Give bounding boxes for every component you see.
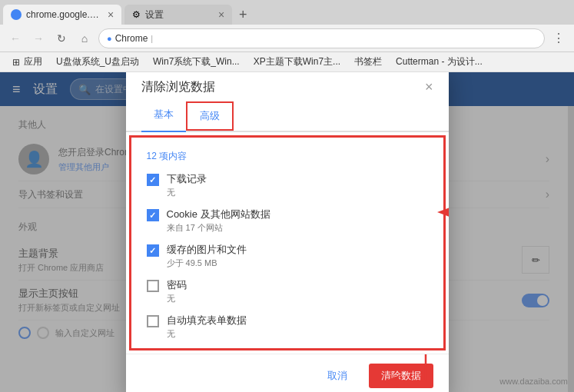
tab1-favicon	[11, 9, 22, 20]
bookmark-udisk[interactable]: U盘做系统_U盘启动	[51, 54, 144, 70]
url-text: Chrome	[115, 33, 148, 44]
bookmark-udisk-label: U盘做系统_U盘启动	[56, 55, 139, 68]
browser-frame: chrome.google.com × ⚙ 设置 × + ← → ↻ ⌂ ● C…	[0, 0, 574, 392]
autofill-label: 自动填充表单数据	[167, 314, 247, 327]
checkbox-passwords-input[interactable]	[147, 280, 159, 292]
forward-button[interactable]: →	[29, 29, 48, 48]
browser-menu-button[interactable]: ⋮	[549, 29, 568, 48]
dialog-footer: 取消 清除数据	[126, 354, 449, 392]
bookmark-apps[interactable]: ⊞ 应用	[6, 54, 47, 70]
downloads-label: 下载记录	[167, 172, 207, 186]
cookies-sub: 来自 17 个网站	[167, 222, 270, 234]
bookmark-xp-label: XP主题下载Win7主...	[254, 55, 340, 68]
tab-basic[interactable]: 基本	[141, 101, 186, 131]
checkbox-passwords: 密码 无	[147, 274, 428, 309]
cache-label: 缓存的图片和文件	[167, 243, 247, 257]
cancel-button[interactable]: 取消	[315, 364, 360, 388]
bookmark-bar-label: 书签栏	[354, 55, 382, 68]
checkbox-cache-input[interactable]: ✓	[147, 244, 159, 257]
page-content: ≡ 设置 🔍 在设置中搜索 其他人 👤 您开启登录Chrome后，Chrome将…	[0, 72, 574, 392]
tab2-title: 设置	[145, 8, 214, 22]
bookmark-bar[interactable]: 书签栏	[350, 54, 387, 70]
tab2-close-btn[interactable]: ×	[218, 9, 224, 20]
apps-icon: ⊞	[11, 57, 22, 68]
dialog-title-bar: 清除浏览数据 ×	[126, 72, 449, 101]
check-icon-2: ✓	[149, 211, 156, 221]
autofill-sub: 无	[167, 328, 247, 340]
refresh-button[interactable]: ↻	[52, 29, 71, 48]
address-bar: ← → ↻ ⌂ ● Chrome | ⋮	[0, 25, 574, 52]
dialog-close-button[interactable]: ×	[425, 79, 433, 95]
check-icon: ✓	[149, 175, 156, 185]
tab1-title: chrome.google.com	[26, 9, 103, 20]
items-count-label[interactable]: 12 项内容	[147, 147, 428, 168]
dialog-content: 12 项内容 ✓ 下载记录 无 ✓ Cookie	[129, 135, 446, 350]
bookmarks-bar: ⊞ 应用 U盘做系统_U盘启动 Win7系统下载_Win... XP主题下载Wi…	[0, 52, 574, 72]
checkbox-downloads-input[interactable]: ✓	[147, 174, 159, 186]
checkbox-content-settings: 内容设置 无	[147, 344, 428, 350]
checkbox-autofill-input[interactable]	[147, 315, 159, 327]
bookmark-cutterman[interactable]: Cutterman - 为设计...	[391, 54, 487, 70]
checkbox-autofill: 自动填充表单数据 无	[147, 309, 428, 344]
url-suffix: |	[151, 34, 153, 43]
lock-icon: ●	[107, 34, 112, 43]
tab1-close-btn[interactable]: ×	[108, 9, 114, 20]
tab-1[interactable]: chrome.google.com ×	[3, 5, 121, 25]
clear-data-button[interactable]: 清除数据	[369, 364, 433, 388]
dialog-title: 清除浏览数据	[141, 79, 215, 95]
bookmark-win7dl-label: Win7系统下载_Win...	[153, 55, 240, 68]
bookmark-cutterman-label: Cutterman - 为设计...	[396, 55, 483, 68]
bookmark-apps-label: 应用	[24, 55, 42, 68]
dialog-overlay: 清除浏览数据 × 基本 高级 12 项内容 ✓	[0, 72, 574, 392]
checkbox-downloads: ✓ 下载记录 无	[147, 168, 428, 203]
home-button[interactable]: ⌂	[75, 29, 94, 48]
passwords-sub: 无	[167, 293, 187, 304]
tab-advanced[interactable]: 高级	[186, 101, 234, 131]
tab-2[interactable]: ⚙ 设置 ×	[124, 5, 232, 25]
cookies-label: Cookie 及其他网站数据	[167, 208, 270, 221]
new-tab-button[interactable]: +	[232, 5, 254, 25]
bookmark-xp[interactable]: XP主题下载Win7主...	[249, 54, 345, 70]
content-settings-label: 内容设置	[167, 349, 207, 350]
url-bar[interactable]: ● Chrome |	[98, 28, 545, 48]
clear-browsing-dialog: 清除浏览数据 × 基本 高级 12 项内容 ✓	[126, 72, 449, 392]
back-button[interactable]: ←	[6, 29, 25, 48]
bookmark-win7dl[interactable]: Win7系统下载_Win...	[148, 54, 244, 70]
checkbox-cookies-input[interactable]: ✓	[147, 209, 159, 221]
cache-sub: 少于 49.5 MB	[167, 257, 247, 269]
checkbox-cache: ✓ 缓存的图片和文件 少于 49.5 MB	[147, 238, 428, 274]
tab-bar: chrome.google.com × ⚙ 设置 × +	[0, 0, 574, 25]
checkbox-cookies: ✓ Cookie 及其他网站数据 来自 17 个网站	[147, 203, 428, 238]
passwords-label: 密码	[167, 278, 187, 292]
downloads-sub: 无	[167, 187, 207, 198]
check-icon-3: ✓	[149, 246, 156, 256]
dialog-content-wrapper: 12 项内容 ✓ 下载记录 无 ✓ Cookie	[126, 135, 449, 350]
dialog-tabs: 基本 高级	[126, 101, 449, 132]
